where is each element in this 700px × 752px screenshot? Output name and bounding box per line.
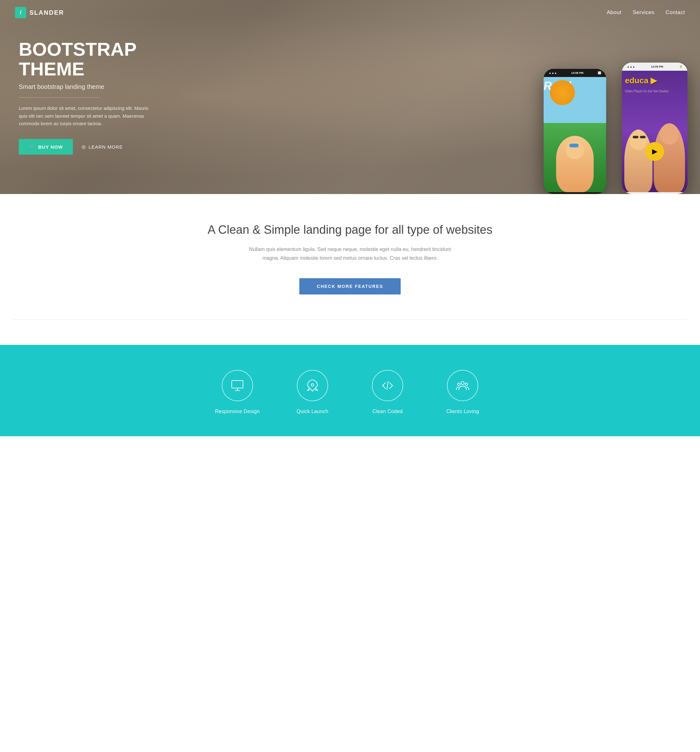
phone-white-signal: ▲▲▲ xyxy=(627,65,635,68)
feature-responsive: Responsive Design xyxy=(209,370,265,414)
nav-link-about[interactable]: About xyxy=(607,9,621,16)
svg-point-3 xyxy=(311,384,314,386)
educa-app-title: educa ▶ xyxy=(625,76,657,85)
play-button-icon: ▶ xyxy=(645,142,664,161)
phone-black-time: 14:06 PM xyxy=(571,71,583,75)
team-icon xyxy=(456,379,469,392)
clients-icon-circle xyxy=(447,370,478,401)
circle-icon: ◎ xyxy=(82,144,86,149)
svg-point-7 xyxy=(465,383,467,385)
phone-white-time: 14:06 PM xyxy=(651,65,663,68)
mid-description: Nullam quis elementum ligula. Sed neque … xyxy=(241,245,459,263)
hero-description: Lorem ipsum dolor sit amet, consectetur … xyxy=(19,104,157,128)
logo-icon: / xyxy=(15,7,26,18)
svg-point-5 xyxy=(461,381,464,385)
cart-icon: 🛒 xyxy=(29,144,35,149)
svg-rect-0 xyxy=(232,381,243,388)
phone-black-signal: ▲▲▲ xyxy=(549,71,557,75)
responsive-label: Responsive Design xyxy=(215,409,260,414)
hero-divider xyxy=(19,97,100,98)
read-balloon xyxy=(550,80,575,105)
clients-label: Clients Loving xyxy=(446,409,479,414)
hero-section: BOOTSTRAPTHEME Smart bootstrap landing t… xyxy=(0,0,700,194)
phones-illustration: ▲▲▲ 14:06 PM ⬜ Read ▲▲▲ 14:06 PM xyxy=(525,0,700,194)
buy-now-button[interactable]: 🛒 BUY NOW xyxy=(19,139,73,155)
responsive-icon-circle xyxy=(222,370,253,401)
phone-white-screen: educa ▶ Video Player for the Net Seeker … xyxy=(622,71,688,192)
phone-black: ▲▲▲ 14:06 PM ⬜ Read xyxy=(543,69,606,194)
svg-point-6 xyxy=(458,383,460,385)
learn-more-button[interactable]: ◎ LEARN MORE xyxy=(82,144,123,149)
logo-text: SLANDER xyxy=(29,9,64,16)
features-section: Responsive Design Quick Launch xyxy=(0,345,700,436)
coded-label: Clean Coded xyxy=(373,409,403,414)
phone-black-screen: Read xyxy=(543,77,606,192)
phone-white-battery: 🔋 xyxy=(679,65,683,68)
launch-icon-circle xyxy=(297,370,328,401)
features-grid: Responsive Design Quick Launch xyxy=(209,370,491,414)
learn-more-label: LEARN MORE xyxy=(88,144,123,149)
mid-section: A Clean & Simple landing page for all ty… xyxy=(0,194,700,345)
rocket-icon xyxy=(306,379,319,392)
hero-title: BOOTSTRAPTHEME xyxy=(19,39,157,79)
buy-now-label: BUY NOW xyxy=(38,144,63,149)
hero-content: BOOTSTRAPTHEME Smart bootstrap landing t… xyxy=(0,39,157,155)
monitor-icon xyxy=(231,379,244,392)
feature-coded: Clean Coded xyxy=(359,370,416,414)
nav-link-contact[interactable]: Contact xyxy=(666,9,685,16)
educa-subtitle: Video Player for the Net Seeker xyxy=(625,90,684,93)
hero-buttons: 🛒 BUY NOW ◎ LEARN MORE xyxy=(19,139,157,155)
phone-white-notch: ▲▲▲ 14:06 PM 🔋 xyxy=(622,62,688,71)
phone-white: ▲▲▲ 14:06 PM 🔋 educa ▶ Video Player for … xyxy=(622,62,688,194)
mid-title: A Clean & Simple landing page for all ty… xyxy=(12,222,688,238)
launch-label: Quick Launch xyxy=(296,409,328,414)
phone-black-notch: ▲▲▲ 14:06 PM ⬜ xyxy=(543,69,606,77)
code-icon xyxy=(381,379,394,392)
hero-subtitle: Smart bootstrap landing theme xyxy=(19,83,157,90)
feature-clients: Clients Loving xyxy=(435,370,491,414)
check-features-button[interactable]: CHECK MORE FEATURES xyxy=(300,278,400,294)
svg-line-4 xyxy=(387,381,388,390)
coded-icon-circle xyxy=(372,370,403,401)
nav-link-services[interactable]: Services xyxy=(633,9,654,16)
feature-launch: Quick Launch xyxy=(284,370,341,414)
logo[interactable]: / SLANDER xyxy=(15,7,64,18)
nav-links: About Services Contact xyxy=(607,9,685,16)
phone-black-battery: ⬜ xyxy=(598,71,601,75)
navbar: / SLANDER About Services Contact xyxy=(0,0,700,25)
